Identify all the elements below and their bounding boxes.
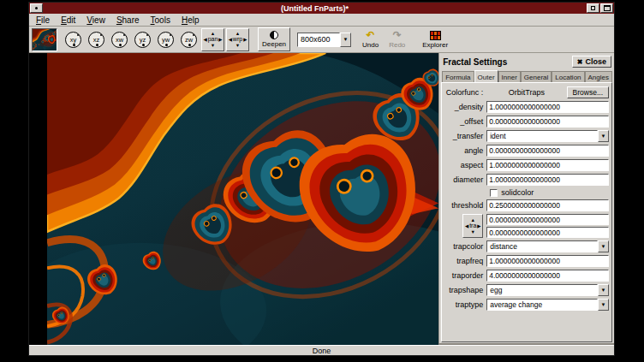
rotate-xw-label: xw [116,36,123,44]
traptype-combo[interactable]: average change ▼ [486,299,609,311]
solidcolor-checkbox[interactable] [490,189,498,197]
transfer-combo[interactable]: ident ▼ [486,130,609,142]
minimize-button[interactable] [587,3,599,13]
aspect-input[interactable] [486,159,609,171]
maximize-icon [604,5,611,11]
tra-label: tra [469,223,476,229]
undo-button[interactable]: ↶ Undo [358,27,383,51]
traptype-label: traptype [444,300,486,309]
menu-help[interactable]: Help [176,15,206,26]
explorer-icon [430,31,441,40]
trapshape-dropdown-icon[interactable]: ▼ [598,284,609,296]
toolbar: xy xz xw yz yw zw ▲ ◀ pan ▶ [29,27,614,53]
browse-button[interactable]: Browse... [567,86,609,98]
tab-location[interactable]: Location [552,71,584,82]
tra-entries [486,214,609,238]
rotate-xz-label: xz [93,36,100,44]
tra-y-input[interactable] [486,227,609,238]
settings-tabs: Formula Outer Inner General Location Ang… [441,70,612,82]
app-window: (Untitled FnParts)* File Edit View Share… [28,2,615,356]
rotate-zw-button[interactable]: zw [178,29,200,50]
diameter-input[interactable] [486,174,609,186]
resolution-value[interactable]: 800x600 [297,33,340,47]
undo-icon: ↶ [367,31,375,40]
diameter-row: diameter [444,174,609,186]
resolution-dropdown-icon[interactable]: ▼ [340,33,351,47]
pan-fourway[interactable]: ▲ ◀ pan ▶ ▼ [201,28,224,51]
traporder-input[interactable] [486,270,609,282]
menu-file[interactable]: File [31,15,56,26]
tra-left-icon[interactable]: ◀ [465,223,468,228]
xw-axis-icon: xw [111,32,128,48]
traptype-dropdown-icon[interactable]: ▼ [598,299,609,311]
colorfunc-row: Colorfunc : OrbitTraps Browse... [444,86,609,98]
warp-left-icon[interactable]: ◀ [229,37,232,42]
xz-axis-icon: xz [88,32,104,48]
density-input[interactable] [486,101,609,113]
rotate-yw-label: yw [162,36,170,44]
traptype-value: average change [486,299,598,311]
tra-x-input[interactable] [486,214,609,225]
aspect-row: aspect [444,159,609,171]
trapcolor-value: distance [486,240,598,252]
trapshape-combo[interactable]: egg ▼ [486,284,609,296]
redo-icon: ↷ [393,31,402,40]
offset-input[interactable] [486,116,609,128]
trapcolor-dropdown-icon[interactable]: ▼ [598,240,609,252]
rotate-xz-button[interactable]: xz [86,29,107,50]
preview-thumbnail[interactable] [32,28,57,51]
window-menu-button[interactable] [30,3,43,13]
titlebar[interactable]: (Untitled FnParts)* [29,3,614,14]
pan-down-icon[interactable]: ▼ [211,43,215,48]
trapfreq-input[interactable] [486,255,609,267]
deepen-button[interactable]: Deepen [258,27,290,51]
tra-right-icon[interactable]: ▶ [477,223,480,228]
menu-tools[interactable]: Tools [146,15,176,26]
transfer-dropdown-icon[interactable]: ▼ [598,130,609,142]
angle-input[interactable] [486,145,609,157]
rotate-xy-button[interactable]: xy [63,29,84,50]
menu-edit[interactable]: Edit [56,15,81,26]
window-title: (Untitled FnParts)* [44,3,586,14]
warp-right-icon[interactable]: ▶ [243,37,247,42]
warp-down-icon[interactable]: ▼ [236,43,240,48]
pan-left-icon[interactable]: ◀ [203,37,206,42]
fractal-image[interactable] [47,53,438,345]
pan-right-icon[interactable]: ▶ [218,37,222,42]
maximize-button[interactable] [600,3,613,13]
tab-general[interactable]: General [521,71,552,82]
solidcolor-label: solidcolor [501,188,534,197]
trapcolor-combo[interactable]: distance ▼ [486,240,609,252]
aspect-label: aspect [444,161,486,169]
pan-label: pan [208,36,218,43]
offset-row: _offset [444,116,609,128]
tab-angles[interactable]: Angles [585,71,612,82]
tab-outer[interactable]: Outer [474,70,498,82]
panel-title: Fractal Settings [443,57,507,67]
rotate-zw-label: zw [185,36,193,44]
warp-fourway[interactable]: ▲ ◀ wrp ▶ ▼ [226,28,249,51]
offset-label: _offset [444,117,486,126]
fractal-canvas[interactable] [29,53,438,345]
colorfunc-label: Colorfunc : [444,88,486,97]
main-content: Fractal Settings ✖ Close Formula Outer I… [29,53,614,345]
menu-share[interactable]: Share [111,15,146,26]
zw-axis-icon: zw [181,32,197,48]
menu-view[interactable]: View [81,15,111,26]
traporder-row: traporder [444,270,609,282]
menubar: File Edit View Share Tools Help [29,14,614,27]
tab-formula[interactable]: Formula [442,71,474,82]
rotate-xw-button[interactable]: xw [109,29,130,50]
threshold-input[interactable] [486,199,609,211]
close-icon: ✖ [577,58,583,66]
tab-inner[interactable]: Inner [498,71,521,82]
tra-down-icon[interactable]: ▼ [470,229,474,234]
close-button[interactable]: ✖ Close [572,56,611,68]
resolution-combo[interactable]: 800x600 ▼ [297,33,351,47]
deepen-icon [270,31,278,39]
rotate-yz-button[interactable]: yz [132,29,153,50]
tra-fourway[interactable]: ▲ ◀ tra ▶ ▼ [462,214,483,238]
redo-button: ↷ Redo [385,27,409,51]
explorer-button[interactable]: Explorer [418,27,452,51]
rotate-yw-button[interactable]: yw [155,29,176,50]
